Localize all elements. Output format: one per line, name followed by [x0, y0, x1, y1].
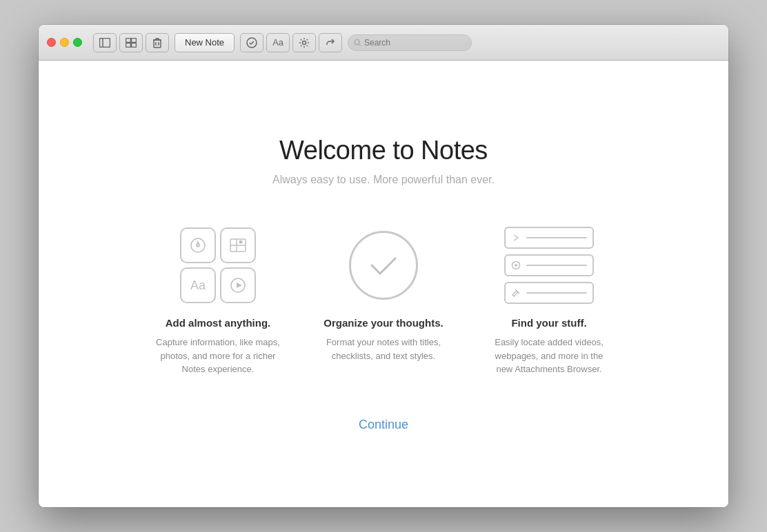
feature-add-anything: Aa Add almost anything. Capture informat…	[156, 227, 280, 376]
svg-rect-7	[154, 40, 161, 48]
svg-point-16	[197, 244, 199, 247]
welcome-title: Welcome to Notes	[279, 136, 488, 165]
gear-button[interactable]	[292, 33, 316, 52]
svg-rect-2	[126, 38, 131, 42]
svg-point-12	[355, 39, 359, 44]
svg-rect-0	[100, 38, 110, 47]
search-input[interactable]	[364, 38, 466, 48]
features-row: Aa Add almost anything. Capture informat…	[156, 227, 611, 376]
feature-icon-grid: Aa	[177, 227, 259, 303]
grid-map-icon	[220, 227, 256, 263]
svg-point-11	[303, 41, 306, 44]
welcome-subtitle: Always easy to use. More powerful than e…	[272, 174, 495, 186]
close-button[interactable]	[47, 38, 56, 47]
circle-check-icon	[349, 231, 418, 300]
feature-desc-2: Format your notes with titles, checklist…	[321, 336, 446, 362]
feature-find: Find your stuff. Easily locate added vid…	[487, 227, 611, 376]
svg-line-13	[359, 44, 361, 45]
search-bar[interactable]	[348, 34, 472, 51]
continue-button[interactable]: Continue	[359, 418, 408, 432]
svg-marker-22	[237, 283, 242, 288]
list-item-play	[504, 254, 594, 276]
toolbar-group-right: Aa	[240, 33, 342, 52]
traffic-lights	[47, 38, 82, 47]
feature-title-2: Organize your thoughts.	[323, 317, 443, 329]
new-note-button[interactable]: New Note	[175, 33, 235, 52]
feature-organize: Organize your thoughts. Format your note…	[321, 227, 446, 362]
feature-icon-circle	[342, 227, 425, 303]
search-icon	[354, 39, 361, 47]
minimize-button[interactable]	[60, 38, 69, 47]
checklist-button[interactable]	[240, 33, 263, 52]
toolbar-group-left	[93, 33, 169, 52]
svg-marker-24	[515, 264, 519, 267]
svg-rect-5	[132, 43, 137, 47]
grid-compass-icon	[180, 227, 216, 263]
feature-desc-3: Easily locate added videos, webpages, an…	[487, 336, 611, 376]
grid-text-icon: Aa	[180, 267, 216, 303]
svg-rect-3	[132, 38, 137, 42]
delete-button[interactable]	[146, 33, 169, 52]
svg-point-20	[239, 241, 243, 244]
feature-title-3: Find your stuff.	[511, 317, 586, 329]
feature-title-1: Add almost anything.	[166, 317, 271, 329]
sidebar-toggle-button[interactable]	[93, 33, 117, 52]
main-content: Welcome to Notes Always easy to use. Mor…	[39, 61, 728, 507]
app-window: New Note Aa	[39, 25, 728, 507]
list-item-pen	[504, 282, 594, 304]
titlebar: New Note Aa	[39, 25, 728, 61]
font-button[interactable]: Aa	[266, 33, 290, 52]
list-item-arrow	[504, 227, 594, 249]
feature-icon-list	[508, 227, 590, 303]
maximize-button[interactable]	[73, 38, 82, 47]
grid-play-icon	[220, 267, 256, 303]
feature-desc-1: Capture information, like maps, photos, …	[156, 336, 280, 376]
list-view-button[interactable]	[119, 33, 143, 52]
svg-rect-4	[126, 43, 131, 47]
share-button[interactable]	[319, 33, 342, 52]
